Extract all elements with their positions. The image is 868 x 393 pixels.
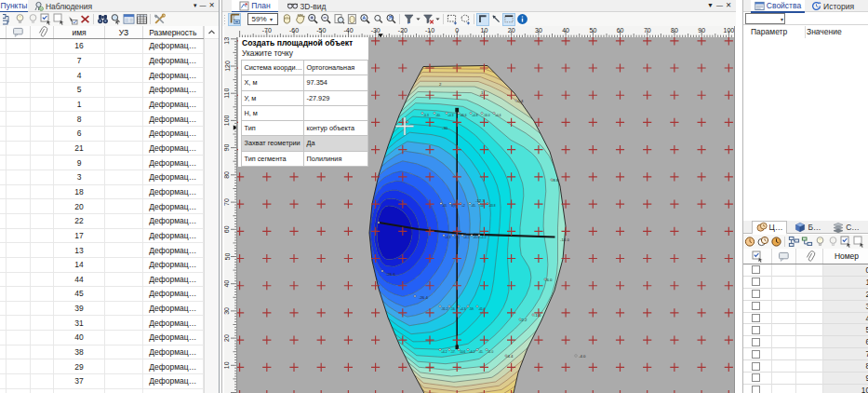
tab-layers[interactable]: С… [829,221,863,234]
cycle-row-2[interactable]: 2 [743,289,868,301]
points-row-14[interactable]: 14Деформац… [0,258,204,273]
cycle-row-7[interactable]: 7 [743,348,868,360]
tab-blocks[interactable]: Б… [791,221,825,234]
select-cursor-button[interactable] [65,13,78,26]
points-row-21[interactable]: 21Деформац… [0,142,204,156]
clock-b-button[interactable] [756,236,769,249]
bulb-off-button[interactable] [826,236,839,249]
points-header-col-5[interactable]: Размерность [143,26,204,38]
cycles-header-col-1[interactable] [772,249,796,264]
select-box-button[interactable] [852,236,865,249]
select-box-button[interactable] [52,13,65,26]
points-row-20[interactable]: 20Деформац… [0,199,204,214]
ortho-corner-button[interactable] [476,13,489,26]
cycle-row-0[interactable]: 0 [743,264,868,277]
points-table-scrollbar[interactable] [204,26,219,393]
cycle-row-4[interactable]: 4 [743,313,868,325]
binoculars-button[interactable] [96,13,109,26]
tab-3d-view[interactable]: 3D-вид [280,0,332,12]
points-row-37[interactable]: 37Деформац… [0,374,204,389]
find-select-button[interactable] [109,13,122,26]
rect-plus-button[interactable] [446,13,459,26]
cycle-checkbox[interactable] [752,386,760,393]
grid-table-button[interactable] [135,13,148,26]
cycle-checkbox[interactable] [752,302,760,310]
points-row-45[interactable]: 45Деформац… [0,287,204,302]
points-row-13[interactable]: 13Деформац… [0,243,204,258]
bulb-on-button[interactable] [813,236,826,249]
cycle-row-5[interactable]: 5 [743,324,868,336]
cycle-checkbox[interactable] [752,326,760,334]
cycle-row-9[interactable]: 9 [743,373,868,385]
cycle-row-8[interactable]: 8 [743,360,868,373]
view-close-button[interactable]: ✕ [726,0,731,11]
cycle-checkbox[interactable] [752,338,760,346]
points-row-18[interactable]: 18Деформац… [0,185,204,200]
points-row-38[interactable]: 38Деформац… [0,346,204,360]
select-check-button[interactable] [39,13,52,26]
cycle-row-6[interactable]: 6 [743,336,868,348]
zoom-in-button[interactable] [306,13,319,26]
cycle-checkbox[interactable] [752,362,760,371]
points-row-7[interactable]: 7Деформац… [0,54,204,69]
window-table-button[interactable] [122,13,135,26]
net-b-button[interactable] [800,236,813,249]
select-check-button[interactable] [839,236,852,249]
toolbar-grip[interactable] [223,14,226,24]
net-a-button[interactable] [787,236,800,249]
view-menu-button[interactable]: ▼ [707,0,714,11]
zoom-out-button[interactable] [319,13,332,26]
points-row-31[interactable]: 31Деформац… [0,316,204,331]
tab-plan[interactable]: План [232,0,278,13]
hand-grab-button[interactable] [280,13,293,26]
cycle-row-1[interactable]: 1 [743,277,868,289]
points-row-16[interactable]: 16Деформац… [0,39,204,54]
points-row-17[interactable]: 17Деформац… [0,229,204,244]
points-row-9[interactable]: 9Деформац… [0,156,204,170]
cycle-row-10[interactable]: 10 [743,385,868,393]
cycles-header-col-0[interactable] [743,249,772,264]
linked-table-button[interactable] [0,13,13,26]
points-row-39[interactable]: 39Деформац… [0,302,204,317]
hand-open-button[interactable] [293,13,306,26]
points-row-8[interactable]: 8Деформац… [0,112,204,127]
chevron-down-button[interactable] [415,13,421,26]
tab-cycles[interactable]: Ц… [752,221,787,235]
clock-c-button[interactable] [769,236,782,249]
zoom-arrow-button[interactable] [384,13,397,26]
cycle-checkbox[interactable] [752,265,760,274]
settings-tools-button[interactable] [153,13,166,26]
points-row-4[interactable]: 4Деформац… [0,68,204,83]
cycle-checkbox[interactable] [752,314,760,322]
points-row-29[interactable]: 29Деформац… [0,359,204,374]
properties-filter-select[interactable]: ▾ [745,13,785,24]
tab-points[interactable]: Пункты [0,0,28,13]
points-header-col-2[interactable] [31,26,54,38]
panel-minimize-button[interactable]: — [200,0,207,11]
points-header-col-4[interactable]: УЗ [105,26,143,38]
bulb-on-button[interactable] [13,13,26,26]
filter-off-button[interactable] [421,13,434,26]
points-row-1[interactable]: 1Деформац… [0,98,204,113]
clock-a-button[interactable] [743,236,756,249]
cycle-checkbox[interactable] [752,350,760,359]
cycles-header-col-3[interactable]: Номер [823,249,868,264]
zoom-small-button[interactable] [371,13,384,26]
scroll-up-button[interactable] [205,26,219,39]
info-circle-button[interactable] [515,13,528,26]
tab-properties[interactable]: Свойства [751,0,805,13]
panel-menu-button[interactable]: ▾ [194,0,197,11]
cycle-row-3[interactable]: 3 [743,301,868,313]
zoom-a-button[interactable] [358,13,371,26]
cycles-header-col-2[interactable] [796,249,823,264]
points-row-3[interactable]: 3Деформац… [0,170,204,185]
tab-history[interactable]: История [808,0,857,12]
poly-plus-button[interactable] [459,13,472,26]
cycle-checkbox[interactable] [752,290,760,298]
filter-button[interactable] [402,13,415,26]
arrow-nw-button[interactable] [489,13,502,26]
points-row-40[interactable]: 40Деформац… [0,331,204,346]
tab-observations[interactable]: Наблюдения [29,0,97,12]
points-header-col-1[interactable] [7,26,31,38]
points-row-6[interactable]: 6Деформац… [0,127,204,142]
